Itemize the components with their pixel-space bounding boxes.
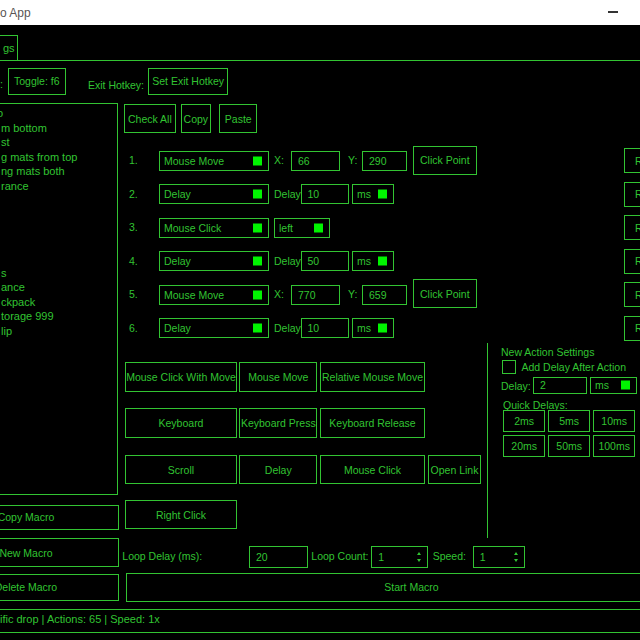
quick-delay-20ms-button[interactable]: 20ms <box>503 435 545 457</box>
set-exit-hotkey-button[interactable]: Set Exit Hotkey <box>148 68 228 96</box>
macro-list-item[interactable]: st <box>0 135 117 150</box>
delete-macro-button[interactable]: Delete Macro <box>0 574 119 602</box>
window-title: o App <box>0 6 31 20</box>
new-action-delay-unit-dropdown[interactable]: ms <box>590 377 637 395</box>
status-bar: ific drop | Actions: 65 | Speed: 1x <box>0 609 640 634</box>
dropdown-indicator-icon <box>253 190 262 199</box>
macro-list-item[interactable]: g mats from top <box>0 150 117 165</box>
action-1-type-dropdown[interactable]: Mouse Move <box>159 151 269 171</box>
loop-delay-input[interactable]: 20 <box>249 546 308 568</box>
action-2-delay-label: Delay <box>274 188 301 201</box>
action-4-delay-label: Delay <box>274 255 301 268</box>
quick-delay-2ms-button[interactable]: 2ms <box>503 410 545 432</box>
macro-list-item[interactable]: o <box>0 106 117 121</box>
action-4-delay-input[interactable]: 50 <box>301 251 349 271</box>
macro-list-item[interactable]: ckpack <box>0 295 117 310</box>
action-5-x-label: X: <box>274 288 284 301</box>
action-4-number: 4. <box>129 255 138 268</box>
macro-list-item[interactable] <box>0 208 117 223</box>
action-5-y-input[interactable]: 659 <box>362 285 407 305</box>
minimize-icon[interactable] <box>608 11 618 13</box>
action-2-type-dropdown[interactable]: Delay <box>159 184 269 204</box>
add-mouse-click-with-move-button[interactable]: Mouse Click With Move <box>125 362 237 392</box>
paste-button[interactable]: Paste <box>219 104 257 133</box>
action-6-number: 6. <box>129 322 138 335</box>
start-macro-button[interactable]: Start Macro <box>126 573 640 603</box>
add-right-click-button[interactable]: Right Click <box>125 500 237 529</box>
quick-delay-50ms-button[interactable]: 50ms <box>548 435 590 457</box>
add-relative-mouse-move-button[interactable]: Relative Mouse Move <box>320 362 425 392</box>
add-delay-after-action-checkbox[interactable] <box>502 360 516 374</box>
loop-count-label: Loop Count: <box>311 550 368 563</box>
new-macro-button[interactable]: New Macro <box>0 538 119 567</box>
action-2-unit-dropdown[interactable]: ms <box>352 184 394 204</box>
action-1-y-input[interactable]: 290 <box>362 151 407 171</box>
action-3-button-dropdown[interactable]: left <box>274 218 330 238</box>
loop-delay-label: Loop Delay (ms): <box>122 550 202 563</box>
macro-list-item[interactable] <box>0 237 117 252</box>
action-4-remove-button[interactable]: R <box>624 249 640 274</box>
status-text: ific drop | Actions: 65 | Speed: 1x <box>0 613 160 625</box>
speed-stepper[interactable]: 1 <box>473 546 525 568</box>
action-6-type-dropdown[interactable]: Delay <box>159 318 269 338</box>
add-mouse-move-button[interactable]: Mouse Move <box>239 362 317 392</box>
title-bar: o App <box>0 0 640 25</box>
check-all-button[interactable]: Check All <box>124 104 176 133</box>
add-keyboard-button[interactable]: Keyboard <box>125 408 237 438</box>
loop-count-stepper[interactable]: 1 <box>371 546 428 568</box>
action-5-x-input[interactable]: 770 <box>291 285 340 305</box>
macro-list-item[interactable]: lip <box>0 324 117 339</box>
add-delay-button[interactable]: Delay <box>239 455 317 484</box>
add-delay-after-action-label: Add Delay After Action <box>522 361 626 374</box>
dropdown-indicator-icon <box>378 324 387 333</box>
macro-list-item[interactable]: s <box>0 266 117 281</box>
tab-settings[interactable]: gs <box>0 35 18 61</box>
dropdown-indicator-icon <box>253 290 262 299</box>
action-6-delay-label: Delay <box>274 322 301 335</box>
quick-delay-5ms-button[interactable]: 5ms <box>548 410 590 432</box>
action-5-click-point-button[interactable]: Click Point <box>413 279 477 308</box>
action-6-unit-dropdown[interactable]: ms <box>352 318 394 338</box>
stepper-arrows-icon[interactable] <box>514 552 518 562</box>
action-1-x-input[interactable]: 66 <box>291 151 340 171</box>
add-scroll-button[interactable]: Scroll <box>125 455 237 484</box>
action-2-remove-button[interactable]: R <box>624 182 640 207</box>
macro-list-item[interactable] <box>0 222 117 237</box>
macro-list[interactable]: o m bottom st g mats from top ng mats bo… <box>0 103 118 495</box>
action-3-remove-button[interactable]: R <box>624 215 640 240</box>
action-6-delay-input[interactable]: 10 <box>301 318 349 338</box>
action-5-y-label: Y: <box>348 288 357 301</box>
add-keyboard-release-button[interactable]: Keyboard Release <box>320 408 425 438</box>
action-5-type-dropdown[interactable]: Mouse Move <box>159 285 269 305</box>
toggle-hotkey-button[interactable]: Toggle: f6 <box>8 68 66 96</box>
macro-list-item[interactable]: torage 999 <box>0 309 117 324</box>
action-4-type-dropdown[interactable]: Delay <box>159 251 269 271</box>
action-3-number: 3. <box>129 221 138 234</box>
action-3-type-dropdown[interactable]: Mouse Click <box>159 218 269 238</box>
macro-list-item[interactable]: ng mats both <box>0 164 117 179</box>
action-1-x-label: X: <box>274 154 284 167</box>
macro-list-item[interactable]: m bottom <box>0 121 117 136</box>
macro-list-item[interactable] <box>0 251 117 266</box>
quick-delay-100ms-button[interactable]: 100ms <box>593 435 635 457</box>
action-6-remove-button[interactable]: R <box>624 316 640 341</box>
action-1-remove-button[interactable]: R <box>624 148 640 173</box>
add-mouse-click-button[interactable]: Mouse Click <box>320 455 425 484</box>
dropdown-indicator-icon <box>253 156 262 165</box>
action-5-remove-button[interactable]: R <box>624 282 640 307</box>
macro-list-item[interactable]: ance <box>0 280 117 295</box>
dropdown-indicator-icon <box>253 324 262 333</box>
action-4-unit-dropdown[interactable]: ms <box>352 251 394 271</box>
new-action-delay-input[interactable]: 2 <box>533 377 587 395</box>
copy-button[interactable]: Copy <box>181 104 211 133</box>
quick-delay-10ms-button[interactable]: 10ms <box>593 410 635 432</box>
add-open-link-button[interactable]: Open Link <box>428 455 480 484</box>
new-action-panel-divider <box>487 343 488 538</box>
stepper-arrows-icon[interactable] <box>417 552 421 562</box>
copy-macro-button[interactable]: Copy Macro <box>0 505 119 530</box>
macro-list-item[interactable] <box>0 193 117 208</box>
macro-list-item[interactable]: rance <box>0 179 117 194</box>
add-keyboard-press-button[interactable]: Keyboard Press <box>239 408 317 438</box>
action-1-click-point-button[interactable]: Click Point <box>413 146 477 175</box>
action-2-delay-input[interactable]: 10 <box>301 184 349 204</box>
